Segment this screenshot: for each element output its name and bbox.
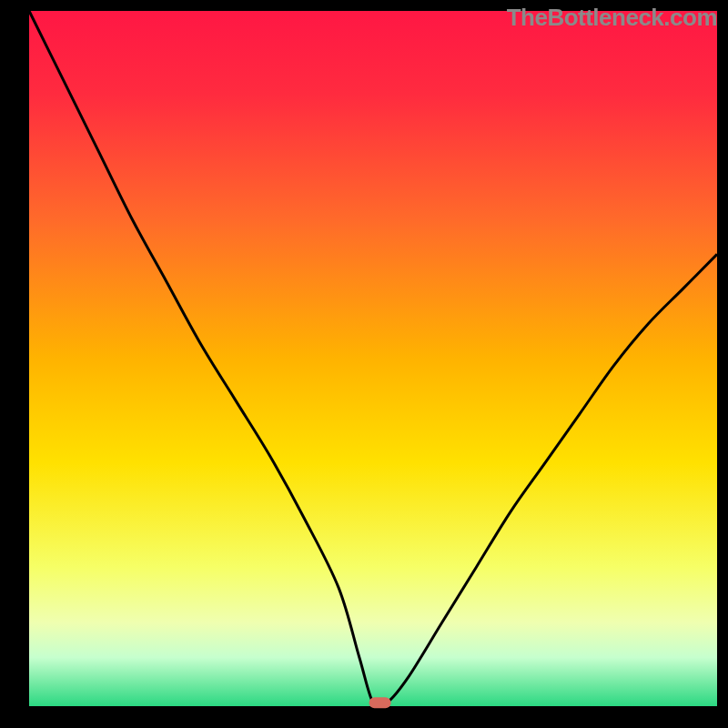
plot-background <box>29 11 717 706</box>
bottleneck-chart <box>0 0 728 728</box>
minimum-marker <box>369 697 391 708</box>
watermark-text: TheBottleneck.com <box>507 4 717 32</box>
